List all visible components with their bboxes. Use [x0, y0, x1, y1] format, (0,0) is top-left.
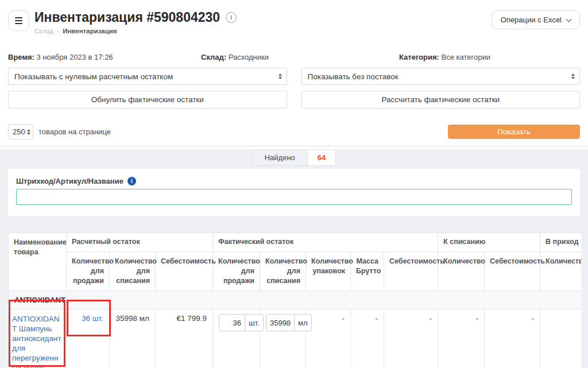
- inventory-table: Наименование товара Расчетный остаток Фа…: [8, 233, 581, 368]
- topbar: Инвентаризация #590804230 i Склад › Инве…: [0, 0, 588, 36]
- fact-qty-sale-cell: шт.: [213, 309, 260, 368]
- zero-stock-filter-value: Показывать с нулевым расчетным остатком: [14, 72, 173, 81]
- breadcrumb-separator-icon: ›: [57, 28, 59, 34]
- col-header-writeoff-cost: Себестоимость: [485, 252, 540, 291]
- fact-qty-sale-input[interactable]: [219, 315, 245, 331]
- calc-cost-cell: €1 799.9: [156, 309, 213, 368]
- menu-button[interactable]: [8, 10, 29, 31]
- col-header-fact-qty-sale: Количество для продажи: [213, 252, 260, 291]
- zero-out-actual-button[interactable]: Обнулить фактические остатки: [8, 91, 287, 109]
- per-page-select[interactable]: 250: [8, 124, 33, 140]
- category-value: Все категории: [442, 53, 490, 61]
- fact-gross-weight-cell: -: [351, 309, 384, 368]
- meta-category: Категория: Все категории: [399, 53, 490, 61]
- product-link[interactable]: ANTIOXIDANT Шампунь антиоксидант для пер…: [12, 314, 63, 368]
- calc-qty-sale-link[interactable]: 36 шт.: [82, 314, 103, 323]
- table-row: ANTIOXIDANT Шампунь антиоксидант для пер…: [9, 309, 582, 368]
- search-label: Штрихкод/Артикул/Название: [16, 177, 123, 185]
- select-updown-icon: [27, 129, 30, 135]
- warehouse-label: Склад:: [201, 53, 226, 61]
- table-sub-header-row: Количество для продажи Количество для сп…: [9, 252, 582, 291]
- col-header-writeoff-qty: Количество: [438, 252, 485, 291]
- col-header-fact-qty-writeoff: Количество для списания: [260, 252, 306, 291]
- category-group-row: ANTIOXIDANT: [9, 291, 582, 309]
- income-qty-cell: [540, 309, 581, 368]
- section-divider: [0, 146, 588, 146]
- action-buttons: Обнулить фактические остатки Рассчитать …: [8, 91, 580, 109]
- results-section: Найдено 64 Штрихкод/Артикул/Название i Н…: [0, 149, 588, 368]
- filter-selects: Показывать с нулевым расчетным остатком …: [8, 68, 580, 85]
- col-header-calc-cost: Себестоимость: [156, 252, 213, 291]
- title-info-icon[interactable]: i: [226, 12, 237, 23]
- excel-operations-label: Операции с Excel: [501, 16, 562, 24]
- col-header-fact-cost: Себестоимость: [384, 252, 438, 291]
- fact-qty-writeoff-unit: мл: [294, 315, 311, 331]
- meta-warehouse: Склад: Расходники: [201, 53, 399, 61]
- time-label: Время:: [8, 53, 34, 61]
- meta-time: Время: 3 ноября 2023 в 17:26: [8, 53, 201, 61]
- per-page-label: товаров на странице: [38, 127, 111, 136]
- per-page-value: 250: [13, 127, 25, 136]
- recalculate-actual-button[interactable]: Рассчитать фактические остатки: [301, 91, 581, 109]
- select-updown-icon: [571, 73, 575, 79]
- chevron-down-icon: [566, 16, 572, 22]
- select-updown-icon: [278, 73, 282, 79]
- category-group-label: ANTIOXIDANT: [9, 291, 582, 309]
- supplies-filter-select[interactable]: Показывать без поставок: [301, 68, 581, 85]
- warehouse-value: Расходники: [229, 53, 269, 61]
- product-name-cell: ANTIOXIDANT Шампунь антиоксидант для пер…: [9, 309, 67, 368]
- calc-qty-writeoff-cell: 35998 мл: [110, 309, 156, 368]
- col-header-calc-qty-writeoff: Количество для списания: [110, 252, 156, 291]
- fact-qty-writeoff-cell: мл: [260, 309, 306, 368]
- col-header-income-qty: Количество: [540, 252, 581, 291]
- hamburger-icon: [15, 17, 22, 18]
- zero-stock-filter-select[interactable]: Показывать с нулевым расчетным остатком: [8, 68, 287, 85]
- calc-qty-sale-cell: 36 шт.: [67, 309, 110, 368]
- inventory-page: Инвентаризация #590804230 i Склад › Инве…: [0, 0, 588, 368]
- found-label: Найдено: [253, 150, 307, 165]
- pagination-row: 250 товаров на странице Показать: [8, 124, 580, 140]
- page-title: Инвентаризация #590804230: [34, 9, 220, 25]
- fact-qty-writeoff-input[interactable]: [266, 315, 294, 331]
- col-group-actual: Фактический остаток: [213, 233, 438, 252]
- show-button[interactable]: Показать: [448, 125, 580, 139]
- breadcrumb-parent[interactable]: Склад: [34, 28, 53, 34]
- col-header-calc-qty-sale: Количество для продажи: [67, 252, 110, 291]
- search-info-icon[interactable]: i: [127, 177, 136, 185]
- supplies-filter-value: Показывать без поставок: [308, 72, 399, 81]
- col-group-income: В приход: [540, 233, 581, 252]
- breadcrumb-current: Инвентаризация: [63, 28, 117, 34]
- fact-cost-cell: -: [384, 309, 438, 368]
- fact-qty-packs-cell: -: [306, 309, 351, 368]
- writeoff-cost-cell: -: [485, 309, 540, 368]
- time-value: 3 ноября 2023 в 17:26: [37, 53, 113, 61]
- col-group-writeoff: К списанию: [438, 233, 540, 252]
- excel-operations-button[interactable]: Операции с Excel: [492, 10, 580, 29]
- writeoff-qty-cell: -: [438, 309, 485, 368]
- meta-row: Время: 3 ноября 2023 в 17:26 Склад: Расх…: [0, 53, 588, 61]
- search-input[interactable]: [16, 189, 572, 205]
- col-group-calculated: Расчетный остаток: [67, 233, 213, 252]
- col-header-product-name: Наименование товара: [9, 233, 67, 291]
- col-header-fact-qty-packs: Количество упаковок: [306, 252, 351, 291]
- category-label: Категория:: [399, 53, 439, 61]
- found-tab[interactable]: Найдено 64: [252, 149, 336, 166]
- table-group-header-row: Наименование товара Расчетный остаток Фа…: [9, 233, 582, 252]
- col-header-gross-weight: Масса Брутто: [351, 252, 384, 291]
- search-card: Штрихкод/Артикул/Название i: [8, 169, 580, 216]
- found-count-badge: 64: [307, 150, 335, 165]
- fact-qty-sale-unit: шт.: [245, 315, 263, 331]
